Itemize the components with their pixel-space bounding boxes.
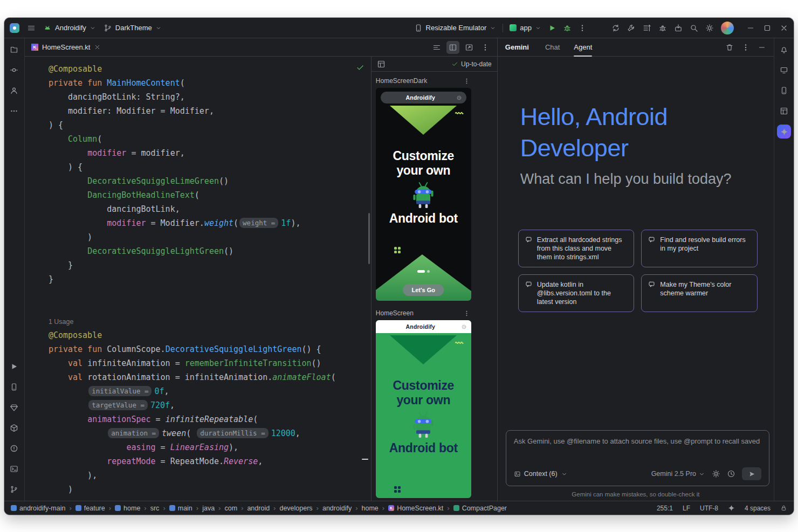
line-separator[interactable]: LF <box>683 505 690 512</box>
gemini-title: Gemini <box>505 43 529 51</box>
device-selector[interactable]: Resizable Emulator <box>414 24 497 32</box>
notifications-icon[interactable] <box>774 39 794 60</box>
run-config-selector[interactable]: app <box>510 24 541 32</box>
preview-options-icon[interactable] <box>463 310 470 317</box>
suggestion-card[interactable]: Make my Theme's color scheme warmer <box>641 274 758 312</box>
inspections-ok-icon[interactable] <box>356 63 364 72</box>
send-button[interactable] <box>742 467 761 480</box>
gemini-panel: Gemini Chat Agent Hello, AndroidDevelope… <box>497 38 774 501</box>
history-icon[interactable] <box>727 469 735 478</box>
lets-go-button[interactable]: Let's Go <box>403 284 444 296</box>
hide-panel-icon[interactable] <box>758 43 766 52</box>
preview-toolbar: Up-to-date <box>372 57 497 72</box>
divider <box>503 24 503 32</box>
close-window-icon[interactable] <box>780 24 788 32</box>
breadcrumb-item[interactable]: androidify-main <box>11 505 65 512</box>
main-menu-icon[interactable] <box>27 24 36 32</box>
terminal-icon[interactable] <box>4 459 24 479</box>
code-editor[interactable]: @Composableprivate fun MainHomeContent( … <box>25 57 371 501</box>
gemini-options-icon[interactable] <box>741 43 750 52</box>
bell-glyph <box>780 45 788 54</box>
branch-selector[interactable]: DarkTheme <box>104 24 162 32</box>
breadcrumb-item[interactable]: developers <box>279 505 312 512</box>
profiler-icon[interactable] <box>627 24 636 32</box>
gemini-input-box[interactable]: Ask Gemini, use @filename to attach sour… <box>506 430 769 486</box>
sync-project-icon[interactable] <box>611 24 620 32</box>
pull-requests-icon[interactable] <box>4 80 24 101</box>
breadcrumb-item[interactable]: androidify <box>322 505 352 512</box>
run-tool-icon[interactable] <box>4 356 24 377</box>
maximize-window-icon[interactable] <box>763 24 772 32</box>
running-devices-icon[interactable] <box>4 377 24 397</box>
breadcrumb-item[interactable]: CompactPager <box>453 505 507 512</box>
gemini-settings-icon[interactable] <box>712 469 720 478</box>
suggestion-card[interactable]: Find and resolve build errors in my proj… <box>641 230 758 267</box>
read-only-toggle[interactable] <box>780 505 787 512</box>
editor-tab[interactable]: K HomeScreen.kt <box>25 38 107 57</box>
split-view-icon[interactable] <box>446 41 459 54</box>
folder-glyph <box>10 45 18 54</box>
preview-HomeScreenDark[interactable]: AndroidifyCustomizeyour ownAndroid botLe… <box>376 88 471 301</box>
project-selector[interactable]: Androidify <box>43 24 96 32</box>
build-tool-icon[interactable] <box>4 418 24 438</box>
search-everywhere-icon[interactable] <box>690 24 698 32</box>
debug-button[interactable] <box>563 24 572 32</box>
editor-scrollbar[interactable] <box>368 213 370 264</box>
project-icon[interactable] <box>4 39 24 60</box>
problems-icon[interactable] <box>4 438 24 459</box>
more-tool-windows-icon[interactable] <box>4 101 24 121</box>
breadcrumb-item[interactable]: home <box>115 505 140 512</box>
breadcrumb-item[interactable]: src <box>150 505 160 512</box>
user-avatar[interactable] <box>721 22 734 34</box>
preview-scroll-area[interactable]: HomeScreenDarkAndroidifyCustomizeyour ow… <box>372 72 497 501</box>
running-devices-panel-icon[interactable] <box>774 80 794 101</box>
breadcrumb-item[interactable]: android <box>247 505 270 512</box>
preview-layout-icon[interactable] <box>377 60 386 68</box>
up-to-date-label: Up-to-date <box>461 60 492 68</box>
device-manager-icon[interactable] <box>674 24 683 32</box>
gemini-input-placeholder: Ask Gemini, use @filename to attach sour… <box>514 437 761 445</box>
tab-options-icon[interactable] <box>479 41 492 54</box>
code-line: dancingBotLink, <box>49 202 371 216</box>
android-bot-illustration <box>376 409 471 439</box>
gemini-status-icon[interactable] <box>728 505 735 512</box>
build-variants-icon[interactable] <box>643 24 651 32</box>
breadcrumb-separator: › <box>109 504 111 512</box>
code-area[interactable]: @Composableprivate fun MainHomeContent( … <box>49 62 371 496</box>
breadcrumb-item[interactable]: main <box>169 505 192 512</box>
commit-icon[interactable] <box>4 60 24 80</box>
app-quality-insights-icon[interactable] <box>4 397 24 418</box>
preview-options-icon[interactable] <box>463 78 470 85</box>
breadcrumb-item[interactable]: feature <box>75 505 105 512</box>
suggestion-card[interactable]: Extract all hardcoded strings from this … <box>518 230 635 267</box>
preview-HomeScreen[interactable]: AndroidifyCustomizeyour ownAndroid bot <box>376 320 471 498</box>
debug-tools-icon[interactable] <box>658 24 667 32</box>
tab-agent[interactable]: Agent <box>574 38 592 57</box>
close-tab-icon[interactable] <box>94 44 101 51</box>
breadcrumb-item[interactable]: KHomeScreen.kt <box>388 505 443 512</box>
device-explorer-icon[interactable] <box>774 60 794 80</box>
indent-setting[interactable]: 4 spaces <box>745 505 771 512</box>
version-control-icon[interactable] <box>4 479 24 500</box>
phone-glyph <box>780 86 788 95</box>
breadcrumb-item[interactable]: java <box>202 505 215 512</box>
context-selector[interactable]: Context (6) <box>514 470 568 478</box>
layout-inspector-icon[interactable] <box>774 101 794 121</box>
file-encoding[interactable]: UTF-8 <box>700 505 718 512</box>
breadcrumb-separator: › <box>317 504 319 512</box>
titlebar-left: Androidify DarkTheme <box>10 23 162 33</box>
suggestion-card[interactable]: Update kotlin in @libs.version.toml to t… <box>518 274 635 312</box>
breadcrumb-item[interactable]: com <box>224 505 237 512</box>
breadcrumb-item[interactable]: home <box>362 505 379 512</box>
more-run-actions-icon[interactable] <box>578 24 587 32</box>
minimize-window-icon[interactable] <box>746 24 755 32</box>
tab-chat[interactable]: Chat <box>545 38 560 57</box>
clear-conversation-icon[interactable] <box>725 43 734 52</box>
caret-position[interactable]: 255:1 <box>657 505 673 512</box>
code-view-icon[interactable] <box>430 41 443 54</box>
settings-icon[interactable] <box>705 24 714 32</box>
design-view-icon[interactable] <box>463 41 476 54</box>
gemini-spark-icon[interactable] <box>777 125 791 139</box>
run-button[interactable] <box>548 24 556 32</box>
model-selector[interactable]: Gemini 2.5 Pro <box>651 470 705 478</box>
